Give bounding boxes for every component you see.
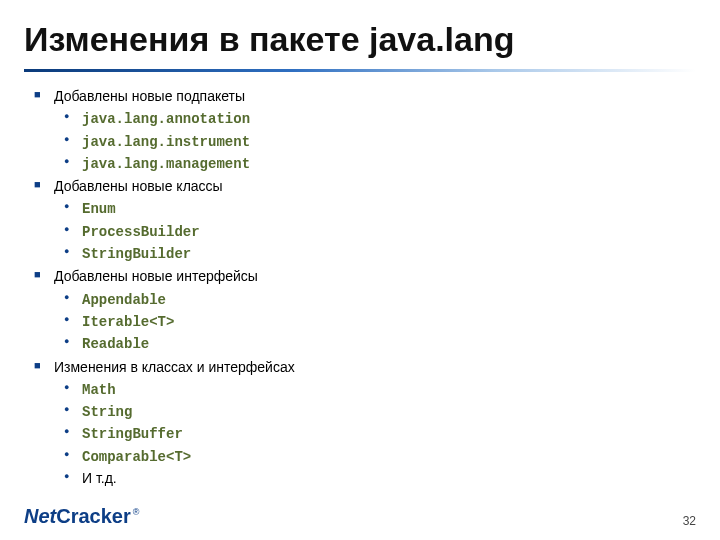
- plain-text: И т.д.: [82, 470, 117, 486]
- title-rule: [24, 69, 696, 72]
- section-heading: Изменения в классах и интерфейсах: [54, 359, 295, 375]
- page-number: 32: [683, 514, 696, 528]
- footer: NetCracker® 32: [0, 505, 720, 528]
- code-text: Readable: [82, 336, 149, 352]
- section: Изменения в классах и интерфейсах Math S…: [30, 357, 696, 489]
- list-item: java.lang.annotation: [54, 108, 696, 129]
- list-item: StringBuilder: [54, 243, 696, 264]
- sub-list: Math String StringBuffer Comparable<T> И…: [54, 379, 696, 488]
- list-item: Math: [54, 379, 696, 400]
- list-item: Appendable: [54, 289, 696, 310]
- code-text: Appendable: [82, 292, 166, 308]
- code-text: java.lang.management: [82, 156, 250, 172]
- sub-list: Appendable Iterable<T> Readable: [54, 289, 696, 355]
- logo-net: Net: [24, 505, 56, 528]
- list-item: И т.д.: [54, 468, 696, 488]
- section-heading: Добавлены новые классы: [54, 178, 223, 194]
- code-text: ProcessBuilder: [82, 224, 200, 240]
- code-text: Comparable<T>: [82, 449, 191, 465]
- bullet-list: Добавлены новые подпакеты java.lang.anno…: [30, 86, 696, 488]
- code-text: StringBuffer: [82, 426, 183, 442]
- code-text: StringBuilder: [82, 246, 191, 262]
- code-text: java.lang.instrument: [82, 134, 250, 150]
- logo-reg: ®: [133, 507, 140, 517]
- code-text: java.lang.annotation: [82, 111, 250, 127]
- list-item: String: [54, 401, 696, 422]
- list-item: java.lang.instrument: [54, 131, 696, 152]
- slide-title: Изменения в пакете java.lang: [24, 20, 696, 59]
- section: Добавлены новые подпакеты java.lang.anno…: [30, 86, 696, 174]
- sub-list: Enum ProcessBuilder StringBuilder: [54, 198, 696, 264]
- slide: Изменения в пакете java.lang Добавлены н…: [0, 0, 720, 540]
- code-text: String: [82, 404, 132, 420]
- logo-cracker: Cracker: [56, 505, 131, 528]
- list-item: Enum: [54, 198, 696, 219]
- list-item: ProcessBuilder: [54, 221, 696, 242]
- code-text: Math: [82, 382, 116, 398]
- list-item: Iterable<T>: [54, 311, 696, 332]
- logo: NetCracker®: [24, 505, 139, 528]
- sub-list: java.lang.annotation java.lang.instrumen…: [54, 108, 696, 174]
- list-item: Comparable<T>: [54, 446, 696, 467]
- list-item: StringBuffer: [54, 423, 696, 444]
- list-item: java.lang.management: [54, 153, 696, 174]
- section: Добавлены новые интерфейсы Appendable It…: [30, 266, 696, 354]
- section-heading: Добавлены новые интерфейсы: [54, 268, 258, 284]
- list-item: Readable: [54, 333, 696, 354]
- code-text: Iterable<T>: [82, 314, 174, 330]
- slide-body: Добавлены новые подпакеты java.lang.anno…: [24, 86, 696, 488]
- section: Добавлены новые классы Enum ProcessBuild…: [30, 176, 696, 264]
- code-text: Enum: [82, 201, 116, 217]
- section-heading: Добавлены новые подпакеты: [54, 88, 245, 104]
